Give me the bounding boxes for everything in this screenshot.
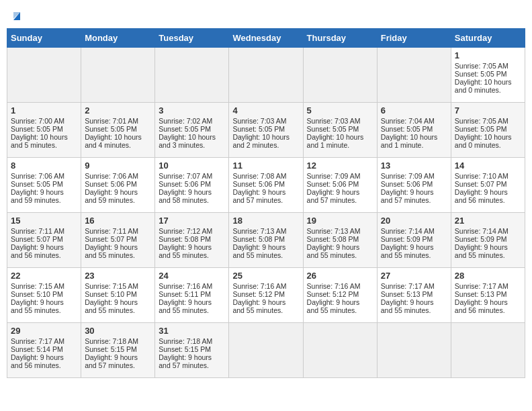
daylight-text: Daylight: 9 hours and 56 minutes. — [11, 243, 77, 259]
sunrise-text: Sunrise: 7:13 AM — [307, 227, 373, 235]
sunset-text: Sunset: 5:05 PM — [85, 125, 151, 133]
daylight-text: Daylight: 9 hours and 55 minutes. — [159, 243, 225, 259]
daylight-text: Daylight: 10 hours and 5 minutes. — [11, 133, 77, 149]
day-number: 21 — [455, 216, 521, 226]
sunset-text: Sunset: 5:13 PM — [381, 290, 447, 298]
daylight-text: Daylight: 9 hours and 55 minutes. — [307, 298, 373, 314]
calendar-cell: 20Sunrise: 7:14 AMSunset: 5:09 PMDayligh… — [377, 213, 451, 268]
day-number: 2 — [85, 105, 151, 116]
daylight-text: Daylight: 9 hours and 57 minutes. — [307, 188, 373, 204]
calendar-body: 1Sunrise: 7:05 AMSunset: 5:05 PMDaylight… — [7, 48, 525, 378]
sunset-text: Sunset: 5:09 PM — [381, 235, 447, 243]
calendar-cell: 26Sunrise: 7:16 AMSunset: 5:12 PMDayligh… — [303, 268, 377, 323]
sunset-text: Sunset: 5:05 PM — [307, 125, 373, 133]
sunset-text: Sunset: 5:07 PM — [455, 180, 521, 188]
sunrise-text: Sunrise: 7:18 AM — [85, 337, 151, 345]
daylight-text: Daylight: 9 hours and 55 minutes. — [381, 243, 447, 259]
sunrise-text: Sunrise: 7:09 AM — [381, 172, 447, 180]
calendar-cell: 8Sunrise: 7:06 AMSunset: 5:05 PMDaylight… — [7, 158, 81, 213]
calendar-cell: 24Sunrise: 7:16 AMSunset: 5:11 PMDayligh… — [155, 268, 229, 323]
daylight-text: Daylight: 10 hours and 0 minutes. — [455, 78, 521, 94]
sunrise-text: Sunrise: 7:14 AM — [455, 227, 521, 235]
day-number: 24 — [159, 271, 225, 281]
calendar-cell: 10Sunrise: 7:07 AMSunset: 5:06 PMDayligh… — [155, 158, 229, 213]
daylight-text: Daylight: 9 hours and 55 minutes. — [307, 243, 373, 259]
sunset-text: Sunset: 5:07 PM — [85, 235, 151, 243]
day-number: 12 — [307, 161, 373, 171]
day-number: 11 — [232, 161, 299, 171]
sunrise-text: Sunrise: 7:13 AM — [232, 227, 299, 235]
daylight-text: Daylight: 10 hours and 0 minutes. — [455, 133, 521, 149]
sunrise-text: Sunrise: 7:07 AM — [159, 172, 225, 180]
sunrise-text: Sunrise: 7:08 AM — [232, 172, 299, 180]
sunset-text: Sunset: 5:12 PM — [307, 290, 373, 298]
daylight-text: Daylight: 9 hours and 56 minutes. — [11, 353, 77, 369]
sunset-text: Sunset: 5:05 PM — [232, 125, 299, 133]
daylight-text: Daylight: 10 hours and 4 minutes. — [85, 133, 151, 149]
sunset-text: Sunset: 5:09 PM — [455, 235, 521, 243]
calendar-cell: 17Sunrise: 7:12 AMSunset: 5:08 PMDayligh… — [155, 213, 229, 268]
calendar-cell: 7Sunrise: 7:05 AMSunset: 5:05 PMDaylight… — [451, 103, 525, 158]
sunset-text: Sunset: 5:10 PM — [11, 290, 77, 298]
calendar-cell — [303, 323, 377, 378]
calendar-cell: 9Sunrise: 7:06 AMSunset: 5:06 PMDaylight… — [81, 158, 155, 213]
day-number: 1 — [455, 50, 521, 60]
sunrise-text: Sunrise: 7:17 AM — [381, 282, 447, 290]
daylight-text: Daylight: 9 hours and 57 minutes. — [232, 188, 299, 204]
sunset-text: Sunset: 5:15 PM — [85, 345, 151, 353]
daylight-text: Daylight: 9 hours and 56 minutes. — [455, 298, 521, 314]
daylight-text: Daylight: 9 hours and 55 minutes. — [159, 298, 225, 314]
calendar-cell: 6Sunrise: 7:04 AMSunset: 5:05 PMDaylight… — [377, 103, 451, 158]
daylight-text: Daylight: 9 hours and 55 minutes. — [11, 298, 77, 314]
daylight-text: Daylight: 9 hours and 59 minutes. — [11, 188, 77, 204]
day-number: 27 — [381, 271, 447, 281]
sunrise-text: Sunrise: 7:01 AM — [85, 117, 151, 125]
calendar-cell: 25Sunrise: 7:16 AMSunset: 5:12 PMDayligh… — [229, 268, 303, 323]
calendar-cell — [451, 323, 525, 378]
sunset-text: Sunset: 5:15 PM — [159, 345, 225, 353]
calendar-cell: 11Sunrise: 7:08 AMSunset: 5:06 PMDayligh… — [229, 158, 303, 213]
day-number: 19 — [307, 216, 373, 226]
day-number: 13 — [381, 161, 447, 171]
sunset-text: Sunset: 5:10 PM — [85, 290, 151, 298]
calendar-cell: 14Sunrise: 7:10 AMSunset: 5:07 PMDayligh… — [451, 158, 525, 213]
calendar-cell: 29Sunrise: 7:17 AMSunset: 5:14 PMDayligh… — [7, 323, 81, 378]
daylight-text: Daylight: 9 hours and 57 minutes. — [159, 353, 225, 369]
calendar-cell: 30Sunrise: 7:18 AMSunset: 5:15 PMDayligh… — [81, 323, 155, 378]
sunset-text: Sunset: 5:05 PM — [11, 125, 77, 133]
sunset-text: Sunset: 5:08 PM — [159, 235, 225, 243]
day-number: 8 — [11, 161, 77, 171]
calendar-week-row: 1Sunrise: 7:00 AMSunset: 5:05 PMDaylight… — [7, 103, 525, 158]
sunrise-text: Sunrise: 7:06 AM — [11, 172, 77, 180]
sunset-text: Sunset: 5:05 PM — [455, 125, 521, 133]
day-header-friday: Friday — [377, 29, 451, 48]
day-number: 4 — [232, 105, 299, 116]
calendar-cell — [377, 48, 451, 103]
logo-icon — [11, 9, 23, 21]
calendar-cell — [377, 323, 451, 378]
calendar-week-row: 22Sunrise: 7:15 AMSunset: 5:10 PMDayligh… — [7, 268, 525, 323]
calendar-cell: 1Sunrise: 7:00 AMSunset: 5:05 PMDaylight… — [7, 103, 81, 158]
sunrise-text: Sunrise: 7:05 AM — [455, 117, 521, 125]
sunset-text: Sunset: 5:05 PM — [455, 70, 521, 78]
day-number: 14 — [455, 161, 521, 171]
day-number: 25 — [232, 271, 299, 281]
day-header-tuesday: Tuesday — [155, 29, 229, 48]
daylight-text: Daylight: 9 hours and 55 minutes. — [85, 298, 151, 314]
sunrise-text: Sunrise: 7:00 AM — [11, 117, 77, 125]
day-number: 23 — [85, 271, 151, 281]
sunrise-text: Sunrise: 7:17 AM — [11, 337, 77, 345]
day-number: 15 — [11, 216, 77, 226]
calendar-cell: 31Sunrise: 7:18 AMSunset: 5:15 PMDayligh… — [155, 323, 229, 378]
day-header-wednesday: Wednesday — [229, 29, 303, 48]
sunrise-text: Sunrise: 7:11 AM — [11, 227, 77, 235]
sunset-text: Sunset: 5:14 PM — [11, 345, 77, 353]
day-number: 10 — [159, 161, 225, 171]
sunset-text: Sunset: 5:06 PM — [232, 180, 299, 188]
calendar-cell: 21Sunrise: 7:14 AMSunset: 5:09 PMDayligh… — [451, 213, 525, 268]
sunrise-text: Sunrise: 7:16 AM — [159, 282, 225, 290]
sunrise-text: Sunrise: 7:17 AM — [455, 282, 521, 290]
daylight-text: Daylight: 10 hours and 2 minutes. — [232, 133, 299, 149]
day-header-thursday: Thursday — [303, 29, 377, 48]
day-number: 3 — [159, 105, 225, 116]
